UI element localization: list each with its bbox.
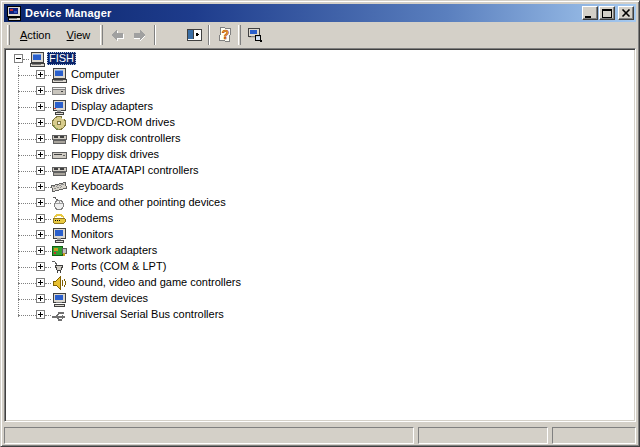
controller-icon (51, 163, 67, 179)
toolbar-gripper[interactable] (100, 25, 103, 45)
status-panel-2 (418, 427, 548, 444)
tree-item-mice-and-other-pointing-devices[interactable]: Mice and other pointing devices (7, 195, 633, 211)
tree-item-label[interactable]: Computer (69, 68, 121, 81)
status-bar (4, 425, 636, 445)
tree-item-universal-serial-bus-controllers[interactable]: Universal Serial Bus controllers (7, 307, 633, 323)
sound-icon (51, 275, 67, 291)
show-hide-tree-button[interactable] (182, 24, 205, 46)
tree-item-display-adapters[interactable]: Display adapters (7, 99, 633, 115)
tree-item-monitors[interactable]: Monitors (7, 227, 633, 243)
title-bar[interactable]: Device Manager (4, 4, 636, 22)
menubar-gripper[interactable] (7, 25, 10, 45)
tree-item-system-devices[interactable]: System devices (7, 291, 633, 307)
tree-item-label[interactable]: System devices (69, 292, 150, 305)
expand-plus-button[interactable] (36, 70, 45, 79)
device-tree: FISHComputerDisk drivesDisplay adaptersD… (4, 48, 636, 422)
tree-item-disk-drives[interactable]: Disk drives (7, 83, 633, 99)
menu-toolbar: ActionView? (4, 22, 636, 48)
minimize-button[interactable] (582, 6, 598, 20)
tree-connector (18, 203, 36, 204)
collapse-minus-button[interactable] (14, 54, 23, 63)
back-arrow-icon (109, 27, 125, 43)
tree-item-label[interactable]: Display adapters (69, 100, 155, 113)
tree-item-label[interactable]: Modems (69, 212, 115, 225)
toolbar-gripper[interactable] (238, 25, 241, 45)
tree-item-floppy-disk-drives[interactable]: Floppy disk drives (7, 147, 633, 163)
tree-item-label[interactable]: Mice and other pointing devices (69, 196, 228, 209)
help-icon: ? (217, 27, 233, 43)
expand-plus-button[interactable] (36, 294, 45, 303)
device-manager-window-icon[interactable] (6, 5, 22, 21)
device-manager-window: Device Manager ActionView? FISHComputerD… (0, 0, 640, 447)
status-panel-3 (552, 427, 636, 444)
tree-item-label[interactable]: Sound, video and game controllers (69, 276, 243, 289)
close-button[interactable] (618, 6, 634, 20)
help-button[interactable]: ? (213, 24, 236, 46)
expand-plus-button[interactable] (36, 134, 45, 143)
computer-icon (51, 67, 67, 83)
expand-plus-button[interactable] (36, 198, 45, 207)
expand-plus-button[interactable] (36, 310, 45, 319)
controller-icon (51, 131, 67, 147)
expand-plus-button[interactable] (36, 86, 45, 95)
tree-connector (18, 251, 36, 252)
tree-item-network-adapters[interactable]: Network adapters (7, 243, 633, 259)
tree-item-keyboards[interactable]: Keyboards (7, 179, 633, 195)
device-manager-button[interactable] (243, 24, 266, 46)
expand-plus-button[interactable] (36, 278, 45, 287)
tree-item-label[interactable]: DVD/CD-ROM drives (69, 116, 177, 129)
tree-item-dvd-cd-rom-drives[interactable]: DVD/CD-ROM drives (7, 115, 633, 131)
tree-item-label[interactable]: Keyboards (69, 180, 126, 193)
menu-view[interactable]: View (59, 26, 99, 45)
tree-connector (18, 187, 36, 188)
expand-plus-button[interactable] (36, 230, 45, 239)
tree-item-label[interactable]: Universal Serial Bus controllers (69, 308, 226, 321)
status-panel-1 (4, 427, 414, 444)
tree-item-ide-ata-atapi-controllers[interactable]: IDE ATA/ATAPI controllers (7, 163, 633, 179)
floppy-drive-icon (51, 147, 67, 163)
tree-item-label[interactable]: Monitors (69, 228, 115, 241)
tree-item-label[interactable]: FISH (47, 52, 76, 65)
expand-plus-button[interactable] (36, 262, 45, 271)
svg-text:?: ? (222, 28, 229, 42)
disk-drive-icon (51, 83, 67, 99)
expand-plus-button[interactable] (36, 214, 45, 223)
port-icon (51, 259, 67, 275)
tree-item-modems[interactable]: Modems (7, 211, 633, 227)
tree-connector (18, 267, 36, 268)
usb-icon (51, 307, 67, 323)
tree-connector (18, 235, 36, 236)
expand-plus-button[interactable] (36, 102, 45, 111)
tree-connector (18, 91, 36, 92)
tree-item-label[interactable]: Disk drives (69, 84, 127, 97)
cd-drive-icon (51, 115, 67, 131)
expand-plus-button[interactable] (36, 166, 45, 175)
tree-item-ports-com-lpt[interactable]: Ports (COM & LPT) (7, 259, 633, 275)
device-manager-icon (247, 27, 263, 43)
tree-item-label[interactable]: Ports (COM & LPT) (69, 260, 168, 273)
system-device-icon (51, 291, 67, 307)
computer-icon (29, 51, 45, 67)
tree-item-sound-video-and-game-controllers[interactable]: Sound, video and game controllers (7, 275, 633, 291)
forward-arrow-icon (132, 27, 148, 43)
expand-plus-button[interactable] (36, 150, 45, 159)
tree-connector (18, 299, 36, 300)
display-adapter-icon (51, 99, 67, 115)
tree-item-label[interactable]: Floppy disk drives (69, 148, 161, 161)
expand-plus-button[interactable] (36, 246, 45, 255)
maximize-button[interactable] (599, 6, 615, 20)
tree-item-floppy-disk-controllers[interactable]: Floppy disk controllers (7, 131, 633, 147)
keyboard-icon (51, 179, 67, 195)
tree-connector (18, 315, 36, 316)
tree-item-fish[interactable]: FISH (7, 51, 633, 67)
tree-item-computer[interactable]: Computer (7, 67, 633, 83)
toolbar-separator (208, 25, 210, 45)
show-hide-tree-icon (186, 27, 202, 43)
expand-plus-button[interactable] (36, 118, 45, 127)
tree-item-label[interactable]: Network adapters (69, 244, 159, 257)
expand-plus-button[interactable] (36, 182, 45, 191)
tree-item-label[interactable]: IDE ATA/ATAPI controllers (69, 164, 201, 177)
tree-item-label[interactable]: Floppy disk controllers (69, 132, 182, 145)
menu-action[interactable]: Action (12, 26, 59, 45)
network-adapter-icon (51, 243, 67, 259)
